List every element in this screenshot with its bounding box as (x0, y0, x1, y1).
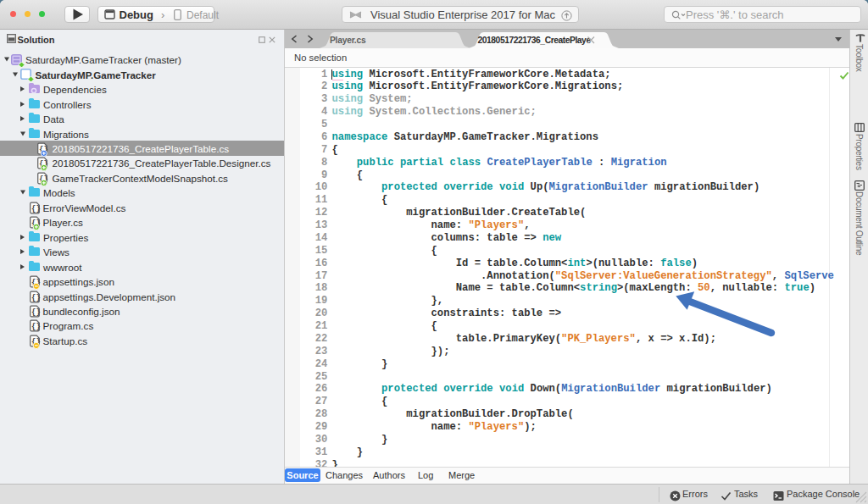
svg-text:{}: {} (31, 204, 41, 213)
svg-text:{}: {} (31, 307, 41, 316)
svg-text:{}: {} (31, 323, 41, 331)
svg-text:20180517221736_CreatePlaye: 20180517221736_CreatePlaye (478, 36, 592, 45)
svg-text:{}: {} (31, 293, 41, 302)
svg-text:Player.cs: Player.cs (330, 36, 366, 45)
